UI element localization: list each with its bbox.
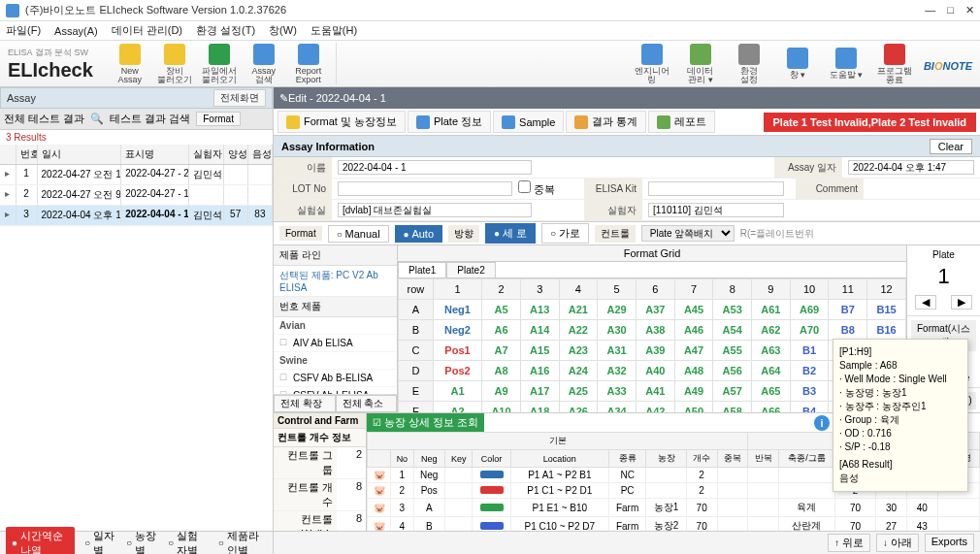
rtool-프로그램[interactable]: 프로그램종료	[873, 43, 916, 85]
main-tab-4[interactable]: 레포트	[648, 111, 715, 133]
well-cell[interactable]: A10	[482, 402, 521, 413]
well-cell[interactable]: A42	[636, 402, 674, 413]
well-cell[interactable]: Neg1	[433, 300, 481, 320]
well-cell[interactable]: A61	[752, 300, 791, 320]
main-tab-3[interactable]: 결과 통계	[566, 111, 646, 133]
well-cell[interactable]: A45	[674, 300, 713, 320]
expand-all[interactable]: 전체 확장	[274, 395, 336, 412]
well-cell[interactable]: A6	[482, 320, 521, 341]
well-cell[interactable]: A47	[674, 341, 713, 361]
close-button[interactable]: ✕	[965, 4, 974, 16]
well-cell[interactable]: A37	[636, 300, 674, 320]
main-tab-1[interactable]: Plate 정보	[408, 111, 491, 133]
product-item[interactable]: CSFV Ab B-ELISA	[274, 370, 397, 387]
menu-assay[interactable]: Assay(A)	[54, 25, 98, 37]
lab-input[interactable]	[338, 203, 532, 217]
ctrl-select[interactable]: Plate 앞쪽배치	[641, 225, 735, 242]
tab-search[interactable]: 테스트 결과 검색	[110, 112, 190, 126]
tab-all-results[interactable]: 전체 테스트 결과	[4, 112, 84, 126]
format-button[interactable]: Format	[196, 112, 241, 126]
well-cell[interactable]: A30	[598, 320, 637, 341]
well-cell[interactable]: A39	[636, 341, 674, 361]
well-cell[interactable]: Pos1	[433, 341, 481, 361]
well-cell[interactable]: A56	[713, 361, 752, 381]
well-cell[interactable]: B7	[829, 300, 867, 320]
well-cell[interactable]: A70	[790, 320, 829, 341]
well-cell[interactable]: A48	[674, 361, 713, 381]
main-tab-2[interactable]: Sample	[493, 111, 564, 133]
well-cell[interactable]: A62	[752, 320, 791, 341]
well-cell[interactable]: Neg2	[433, 320, 481, 341]
well-cell[interactable]: A50	[674, 402, 713, 413]
well-cell[interactable]: Pos2	[433, 361, 481, 381]
menu-window[interactable]: 창(W)	[269, 23, 297, 38]
well-cell[interactable]: A29	[598, 300, 637, 320]
well-cell[interactable]: A69	[790, 300, 829, 320]
well-cell[interactable]: A25	[559, 381, 598, 402]
well-cell[interactable]: A21	[559, 300, 598, 320]
collapse-all[interactable]: 전체 축소	[336, 395, 398, 412]
farm-detail-toggle[interactable]: ☑ 농장 상세 정보 조회	[367, 413, 484, 432]
fmt-manual[interactable]: ○ Manual	[328, 225, 389, 243]
well-cell[interactable]: A32	[598, 361, 637, 381]
move-up[interactable]: ↑ 위로	[828, 534, 870, 552]
well-cell[interactable]: A41	[636, 381, 674, 402]
well-cell[interactable]: A13	[520, 300, 559, 320]
well-cell[interactable]: A38	[636, 320, 674, 341]
well-cell[interactable]: A22	[559, 320, 598, 341]
well-cell[interactable]: A40	[636, 361, 674, 381]
rtool-도움말 ▾[interactable]: 도움말 ▾	[825, 43, 867, 85]
main-tab-0[interactable]: Format 및 농장정보	[278, 111, 406, 133]
tool-Assay[interactable]: Assay검색	[243, 43, 285, 85]
well-cell[interactable]: B4	[790, 402, 829, 413]
farm-row[interactable]: 🐷3AP1 E1 ~ B10Farm농장170육계703040	[368, 499, 980, 517]
well-cell[interactable]: A31	[598, 341, 637, 361]
result-row[interactable]: ▸32022-04-04 오후 1:472022-04-04 - 1김민석578…	[0, 206, 273, 226]
well-cell[interactable]: A53	[713, 300, 752, 320]
sort-tester[interactable]: ○ 실험자별	[168, 529, 209, 555]
maximize-button[interactable]: □	[947, 4, 954, 16]
well-cell[interactable]: A16	[520, 361, 559, 381]
well-cell[interactable]: A17	[520, 381, 559, 402]
move-down[interactable]: ↓ 아래	[876, 534, 919, 552]
well-cell[interactable]: B3	[790, 381, 829, 402]
well-cell[interactable]: A65	[752, 381, 791, 402]
well-cell[interactable]: A33	[598, 381, 637, 402]
plate-tab-1[interactable]: Plate1	[398, 262, 446, 277]
well-cell[interactable]: A23	[559, 341, 598, 361]
clear-button[interactable]: Clear	[930, 139, 972, 154]
well-cell[interactable]: A46	[674, 320, 713, 341]
well-cell[interactable]: A8	[482, 361, 521, 381]
sort-farm[interactable]: ○ 농장별	[126, 529, 158, 555]
well-cell[interactable]: A49	[674, 381, 713, 402]
menu-settings[interactable]: 환경 설정(T)	[196, 23, 255, 38]
fmt-auto[interactable]: ● Auto	[395, 225, 442, 243]
result-row[interactable]: ▸12022-04-27 오전 10:492022-04-27 - 2김민석	[0, 165, 273, 185]
rtool-데이터[interactable]: 데이터관리 ▾	[679, 43, 722, 85]
well-cell[interactable]: A26	[559, 402, 598, 413]
well-cell[interactable]: A63	[752, 341, 791, 361]
tool-파일에서[interactable]: 파일에서불러오기	[198, 43, 241, 85]
menu-help[interactable]: 도움말(H)	[310, 23, 357, 38]
plate-next[interactable]: ▶	[951, 295, 972, 310]
well-cell[interactable]: B15	[867, 300, 906, 320]
plate-prev[interactable]: ◀	[915, 295, 936, 310]
well-cell[interactable]: A9	[482, 381, 521, 402]
fullscreen-button[interactable]: 전체화면	[213, 89, 266, 107]
rtool-환경[interactable]: 환경설정	[728, 43, 770, 85]
well-cell[interactable]: A2	[433, 402, 481, 413]
tool-Report[interactable]: ReportExport	[287, 43, 330, 85]
date-input[interactable]	[848, 160, 974, 175]
well-cell[interactable]: A55	[713, 341, 752, 361]
well-cell[interactable]: B1	[790, 341, 829, 361]
sort-product[interactable]: ○ 제품라인별	[218, 529, 267, 555]
rtool-창 ▾[interactable]: 창 ▾	[776, 43, 819, 85]
well-cell[interactable]: A14	[520, 320, 559, 341]
product-item[interactable]: CSFV Ab I-ELISA	[274, 387, 397, 394]
tool-New[interactable]: NewAssay	[109, 43, 151, 85]
well-cell[interactable]: B8	[829, 320, 867, 341]
well-cell[interactable]: A54	[713, 320, 752, 341]
dir-vert[interactable]: ● 세 로	[485, 223, 536, 244]
well-cell[interactable]: A64	[752, 361, 791, 381]
sort-time-desc[interactable]: ● 시간역순나열	[6, 527, 75, 555]
